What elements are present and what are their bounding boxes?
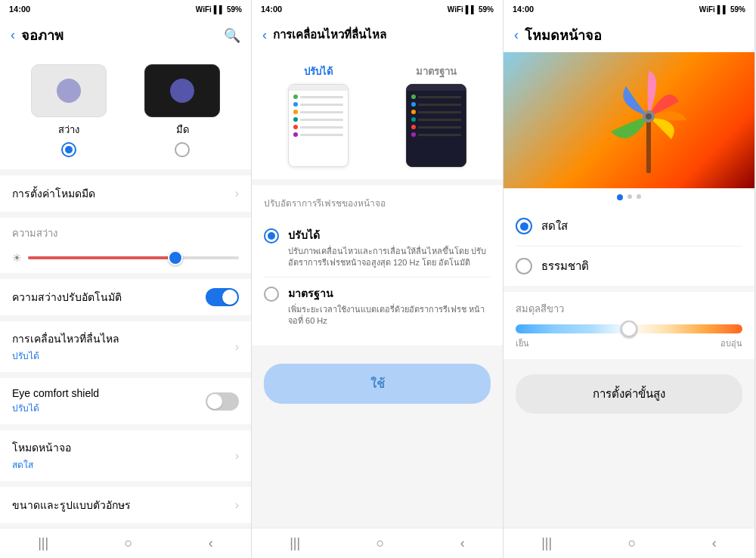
search-button-p1[interactable]: 🔍 xyxy=(224,27,240,44)
dot-1 xyxy=(293,95,298,99)
eye-comfort-row: Eye comfort shield ปรับได้ xyxy=(12,378,239,424)
wallpaper-preview xyxy=(503,52,754,188)
p2-scroll-content: ปรับได้ xyxy=(252,51,503,528)
color-slider[interactable] xyxy=(516,324,742,333)
p2-option-standard-title: มาตรฐาน xyxy=(288,285,491,302)
menu-item-2 xyxy=(292,101,345,107)
brightness-section: ความสว่าง ☀ xyxy=(0,218,251,273)
motion-left: การเคลื่อนไหวที่ลื่นไหล ปรับได้ xyxy=(12,330,235,363)
dark-mode-chevron: › xyxy=(235,187,239,200)
time-p1: 14:00 xyxy=(9,5,30,14)
mode-selection: สดใส ธรรมชาติ xyxy=(503,206,754,286)
brightness-slider-row: ☀ xyxy=(12,246,239,273)
line-1 xyxy=(300,96,343,98)
motion-card-adaptive[interactable]: ปรับได้ xyxy=(264,64,373,167)
status-icons-p1: WiFi ▌▌ 59% xyxy=(196,5,242,14)
motion-phone-adaptive xyxy=(288,84,349,167)
motion-row[interactable]: การเคลื่อนไหวที่ลื่นไหล ปรับได้ › xyxy=(12,321,239,372)
p2-radio-standard[interactable] xyxy=(264,287,279,302)
auto-brightness-title: ความสว่างปรับอัตโนมัติ xyxy=(12,289,206,305)
theme-light-radio[interactable] xyxy=(61,142,76,157)
dot-3[interactable] xyxy=(637,194,641,199)
eye-comfort-title: Eye comfort shield xyxy=(12,387,206,399)
theme-light-label: สว่าง xyxy=(58,122,79,138)
motion-tab-standard: มาตรฐาน xyxy=(416,64,457,79)
p2-option-adaptive[interactable]: ปรับได้ ปรับภาพเคลื่อนไหวและการเลื่อนให้… xyxy=(264,219,491,277)
p2-option-adaptive-content: ปรับได้ ปรับภาพเคลื่อนไหวและการเลื่อนให้… xyxy=(288,227,491,269)
brightness-slider[interactable] xyxy=(28,256,239,259)
line-4 xyxy=(300,119,343,121)
font-left: ขนาดและรูปแบบตัวอักษร xyxy=(12,497,235,513)
screen-mode-row[interactable]: โหมดหน้าจอ สดใส › xyxy=(12,430,239,481)
svg-rect-0 xyxy=(646,120,651,173)
nav-back-p3[interactable]: ‹ xyxy=(712,535,717,551)
theme-light[interactable]: สว่าง xyxy=(31,64,107,157)
nav-home-p1[interactable]: ○ xyxy=(125,535,133,551)
motion-subtitle: ปรับได้ xyxy=(12,349,235,363)
theme-dark-label: มืด xyxy=(176,122,189,138)
nav-home-p2[interactable]: ○ xyxy=(376,535,385,551)
phone-items-adaptive xyxy=(289,91,348,141)
smenu-item-3 xyxy=(410,109,463,115)
mode-natural-radio[interactable] xyxy=(516,258,532,274)
nav-menu-p3[interactable]: ||| xyxy=(541,535,552,551)
nav-back-p2[interactable]: ‹ xyxy=(460,535,465,551)
back-button-p1[interactable]: ‹ xyxy=(11,27,15,43)
back-button-p2[interactable]: ‹ xyxy=(262,27,267,43)
mode-vivid-row[interactable]: สดใส xyxy=(516,206,742,246)
page-title-p2: การเคลื่อนไหวที่ลื่นไหล xyxy=(273,26,492,44)
sdot-6 xyxy=(411,132,416,137)
auto-brightness-toggle[interactable] xyxy=(206,288,239,306)
nav-home-p3[interactable]: ○ xyxy=(628,535,637,551)
mode-vivid-radio[interactable] xyxy=(516,218,532,234)
menu-item-1 xyxy=(292,94,345,100)
p3-scroll-content: สดใส ธรรมชาติ สมดุลสีขาว เย็น อบอุ่น การ… xyxy=(503,52,754,528)
screen-mode-title: โหมดหน้าจอ xyxy=(12,439,235,456)
battery-text: 59% xyxy=(227,5,242,14)
auto-brightness-row: ความสว่างปรับอัตโนมัติ xyxy=(12,279,239,315)
color-balance-title: สมดุลสีขาว xyxy=(516,301,742,317)
p2-desc-title: ปรับอัตราการรีเฟรชของหน้าจอ xyxy=(264,196,491,210)
advanced-settings-button[interactable]: การตั้งค่าขั้นสูง xyxy=(516,374,742,414)
mode-natural-row[interactable]: ธรรมชาติ xyxy=(516,246,742,286)
p2-option-standard[interactable]: มาตรฐาน เพิ่มระยะเวลาใช้งานแบตเตอรี่ด้วย… xyxy=(264,277,491,335)
font-row[interactable]: ขนาดและรูปแบบตัวอักษร › xyxy=(12,487,239,523)
font-section: ขนาดและรูปแบบตัวอักษร › xyxy=(0,487,251,523)
dark-mode-section: การตั้งค่าโหมดมืด › xyxy=(0,175,251,212)
color-slider-thumb[interactable] xyxy=(621,321,637,337)
nav-menu-p2[interactable]: ||| xyxy=(290,535,300,551)
dot-3 xyxy=(293,110,298,114)
p2-radio-adaptive[interactable] xyxy=(264,228,279,243)
apply-button[interactable]: ใช้ xyxy=(264,364,491,404)
line-3 xyxy=(300,111,343,113)
nav-menu-p1[interactable]: ||| xyxy=(38,535,48,551)
brightness-thumb[interactable] xyxy=(168,250,183,265)
theme-dark[interactable]: มืด xyxy=(144,64,220,157)
eye-comfort-toggle[interactable] xyxy=(206,392,239,411)
p1-scroll-content: สว่าง มืด การตั้งค่าโหมดมืด › ความสว xyxy=(0,52,251,528)
line-6 xyxy=(300,134,343,136)
motion-card-standard[interactable]: มาตรฐาน xyxy=(382,64,491,167)
dot-1[interactable] xyxy=(617,194,623,200)
font-chevron: › xyxy=(235,498,239,512)
motion-tab-adaptive: ปรับได้ xyxy=(304,64,333,79)
panel-display: 14:00 WiFi ▌▌ 59% ‹ จอภาพ 🔍 สว่าง xyxy=(0,0,252,558)
theme-light-preview xyxy=(31,64,107,117)
p2-options-section: ปรับอัตราการรีเฟรชของหน้าจอ ปรับได้ ปรับ… xyxy=(252,185,503,346)
pinwheel-svg xyxy=(600,60,698,173)
wifi-icon-p3: WiFi xyxy=(699,5,715,14)
wallpaper-dots xyxy=(503,188,754,206)
status-bar-p2: 14:00 WiFi ▌▌ 59% xyxy=(252,0,503,18)
dot-4 xyxy=(293,117,298,122)
dark-mode-row[interactable]: การตั้งค่าโหมดมืด › xyxy=(12,175,239,212)
back-button-p3[interactable]: ‹ xyxy=(514,27,519,43)
dot-2[interactable] xyxy=(627,194,632,199)
wifi-icon: WiFi xyxy=(196,5,212,14)
header-p3: ‹ โหมดหน้าจอ xyxy=(503,18,754,52)
brightness-label: ความสว่าง xyxy=(12,218,239,246)
dot-5 xyxy=(293,125,298,129)
screen-mode-subtitle: สดใส xyxy=(12,457,235,472)
nav-back-p1[interactable]: ‹ xyxy=(209,535,213,551)
smenu-item-5 xyxy=(410,124,463,130)
theme-dark-radio[interactable] xyxy=(175,142,190,157)
